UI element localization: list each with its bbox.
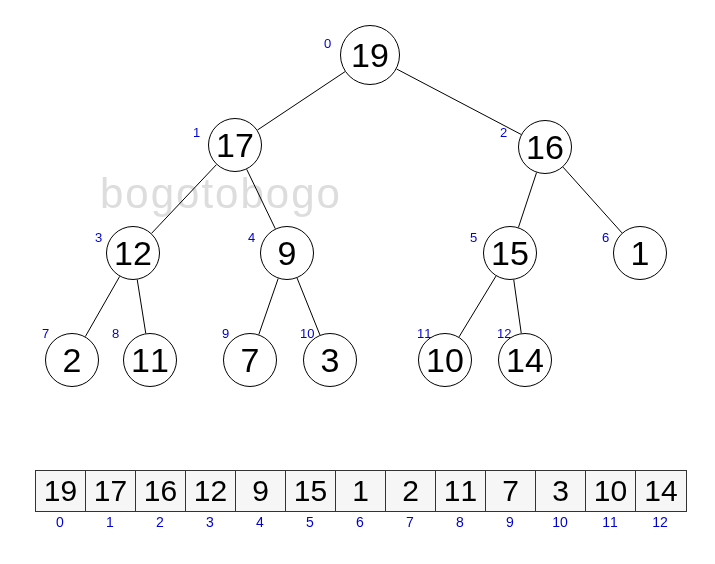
tree-edge	[514, 280, 522, 334]
tree-node-index: 4	[248, 230, 255, 245]
array-index-label: 6	[335, 514, 385, 530]
array-cell: 12	[186, 471, 236, 511]
tree-node: 3	[303, 333, 357, 387]
array-cell-value: 16	[144, 474, 177, 508]
array-cell: 3	[536, 471, 586, 511]
tree-edge	[247, 169, 276, 228]
tree-node-value: 11	[131, 341, 169, 380]
tree-edge	[459, 276, 496, 337]
tree-node-value: 7	[241, 341, 260, 380]
array-index-label: 1	[85, 514, 135, 530]
tree-node-value: 1	[631, 234, 650, 273]
heap-array: 191716129151211731014	[35, 470, 687, 512]
tree-node-index: 1	[193, 125, 200, 140]
tree-node: 11	[123, 333, 177, 387]
tree-node-index: 6	[602, 230, 609, 245]
tree-node: 7	[223, 333, 277, 387]
array-cell-value: 7	[502, 474, 519, 508]
array-cell: 7	[486, 471, 536, 511]
tree-edge	[257, 72, 345, 130]
array-cell-value: 12	[194, 474, 227, 508]
tree-node-value: 19	[351, 36, 389, 75]
tree-node-index: 10	[300, 326, 314, 341]
array-index-label: 3	[185, 514, 235, 530]
array-cell: 16	[136, 471, 186, 511]
array-cell: 9	[236, 471, 286, 511]
tree-node-index: 3	[95, 230, 102, 245]
array-cell-value: 14	[644, 474, 677, 508]
tree-node: 14	[498, 333, 552, 387]
tree-node-value: 12	[114, 234, 152, 273]
tree-node-value: 9	[278, 234, 297, 273]
tree-edge	[563, 167, 622, 233]
tree-node-value: 3	[321, 341, 340, 380]
array-index-label: 4	[235, 514, 285, 530]
array-cell-value: 2	[402, 474, 419, 508]
tree-node-index: 8	[112, 326, 119, 341]
array-cell-value: 10	[594, 474, 627, 508]
array-cell: 2	[386, 471, 436, 511]
array-cell-value: 15	[294, 474, 327, 508]
array-index-label: 10	[535, 514, 585, 530]
array-index-label: 7	[385, 514, 435, 530]
tree-node-value: 10	[426, 341, 464, 380]
array-index-label: 5	[285, 514, 335, 530]
tree-node: 15	[483, 226, 537, 280]
array-cell: 15	[286, 471, 336, 511]
tree-node: 1	[613, 226, 667, 280]
tree-node-value: 14	[506, 341, 544, 380]
tree-edge	[137, 280, 146, 334]
tree-node-value: 2	[63, 341, 82, 380]
array-cell-value: 11	[444, 474, 477, 508]
tree-node-index: 9	[222, 326, 229, 341]
array-index-label: 8	[435, 514, 485, 530]
array-cell: 10	[586, 471, 636, 511]
tree-node: 12	[106, 226, 160, 280]
tree-node-value: 16	[526, 128, 564, 167]
array-cell: 1	[336, 471, 386, 511]
array-index-label: 9	[485, 514, 535, 530]
array-cell: 14	[636, 471, 686, 511]
tree-node: 9	[260, 226, 314, 280]
tree-node-index: 11	[417, 326, 431, 341]
array-cell-value: 3	[552, 474, 569, 508]
array-cell-value: 9	[252, 474, 269, 508]
tree-node: 16	[518, 120, 572, 174]
tree-node: 19	[340, 25, 400, 85]
tree-node: 17	[208, 118, 262, 172]
array-cell-value: 19	[44, 474, 77, 508]
tree-edge	[152, 165, 217, 234]
array-index-label: 12	[635, 514, 685, 530]
tree-node: 10	[418, 333, 472, 387]
tree-node-value: 15	[491, 234, 529, 273]
heap-diagram: bogotobogo 19017116212394155162711879310…	[0, 0, 715, 564]
array-cell: 11	[436, 471, 486, 511]
watermark-text: bogotobogo	[100, 170, 342, 218]
tree-edge	[259, 279, 278, 335]
array-cell-value: 17	[94, 474, 127, 508]
tree-node-index: 7	[42, 326, 49, 341]
tree-node: 2	[45, 333, 99, 387]
tree-node-index: 0	[324, 36, 331, 51]
tree-edge	[518, 173, 536, 228]
tree-node-index: 5	[470, 230, 477, 245]
array-index-label: 11	[585, 514, 635, 530]
array-cell-value: 1	[352, 474, 369, 508]
array-cell: 19	[36, 471, 86, 511]
tree-node-index: 12	[497, 326, 511, 341]
array-index-label: 2	[135, 514, 185, 530]
tree-node-index: 2	[500, 125, 507, 140]
array-index-label: 0	[35, 514, 85, 530]
array-cell: 17	[86, 471, 136, 511]
tree-node-value: 17	[216, 126, 254, 165]
